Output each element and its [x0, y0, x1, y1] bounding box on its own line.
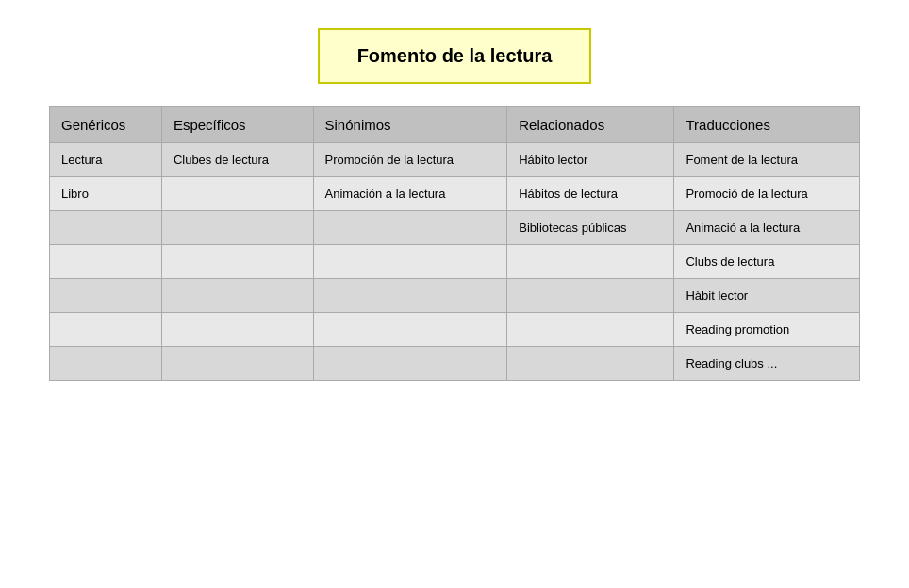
table-row: Reading clubs ... [50, 347, 860, 381]
cell-sinonimos [313, 211, 507, 245]
cell-relacionados: Bibliotecas públicas [507, 211, 674, 245]
cell-sinonimos [313, 347, 507, 381]
cell-especificos [161, 245, 313, 279]
table-row: Bibliotecas públicasAnimació a la lectur… [50, 211, 860, 245]
concept-table: Genéricos Específicos Sinónimos Relacion… [49, 106, 860, 381]
cell-relacionados: Hábito lector [507, 143, 674, 177]
cell-especificos [161, 211, 313, 245]
cell-sinonimos [313, 245, 507, 279]
page-container: Fomento de la lectura Genéricos Específi… [49, 19, 860, 381]
cell-traducciones: Reading clubs ... [674, 347, 860, 381]
cell-sinonimos [313, 279, 507, 313]
cell-especificos [161, 177, 313, 211]
cell-traducciones: Animació a la lectura [674, 211, 860, 245]
col-header-relacionados: Relacionados [507, 107, 674, 143]
col-header-traducciones: Traducciones [674, 107, 860, 143]
cell-traducciones: Foment de la lectura [674, 143, 860, 177]
cell-genericos [50, 313, 162, 347]
col-header-genericos: Genéricos [50, 107, 162, 143]
cell-traducciones: Clubs de lectura [674, 245, 860, 279]
cell-especificos [161, 279, 313, 313]
cell-genericos [50, 245, 162, 279]
page-title: Fomento de la lectura [357, 45, 553, 67]
cell-genericos [50, 211, 162, 245]
table-row: LecturaClubes de lecturaPromoción de la … [50, 143, 860, 177]
cell-traducciones: Reading promotion [674, 313, 860, 347]
cell-especificos [161, 313, 313, 347]
table-row: Clubs de lectura [50, 245, 860, 279]
col-header-especificos: Específicos [161, 107, 313, 143]
cell-sinonimos [313, 313, 507, 347]
cell-traducciones: Promoció de la lectura [674, 177, 860, 211]
cell-relacionados: Hábitos de lectura [507, 177, 674, 211]
cell-relacionados [507, 245, 674, 279]
cell-relacionados [507, 347, 674, 381]
cell-genericos [50, 347, 162, 381]
title-box: Fomento de la lectura [318, 28, 592, 84]
col-header-sinonimos: Sinónimos [313, 107, 507, 143]
table-header-row: Genéricos Específicos Sinónimos Relacion… [50, 107, 860, 143]
table-row: Hàbit lector [50, 279, 860, 313]
cell-sinonimos: Promoción de la lectura [313, 143, 507, 177]
cell-relacionados [507, 313, 674, 347]
cell-genericos: Libro [50, 177, 162, 211]
cell-sinonimos: Animación a la lectura [313, 177, 507, 211]
table-row: Reading promotion [50, 313, 860, 347]
cell-especificos [161, 347, 313, 381]
cell-genericos [50, 279, 162, 313]
table-row: LibroAnimación a la lecturaHábitos de le… [50, 177, 860, 211]
cell-genericos: Lectura [50, 143, 162, 177]
cell-relacionados [507, 279, 674, 313]
cell-especificos: Clubes de lectura [161, 143, 313, 177]
cell-traducciones: Hàbit lector [674, 279, 860, 313]
